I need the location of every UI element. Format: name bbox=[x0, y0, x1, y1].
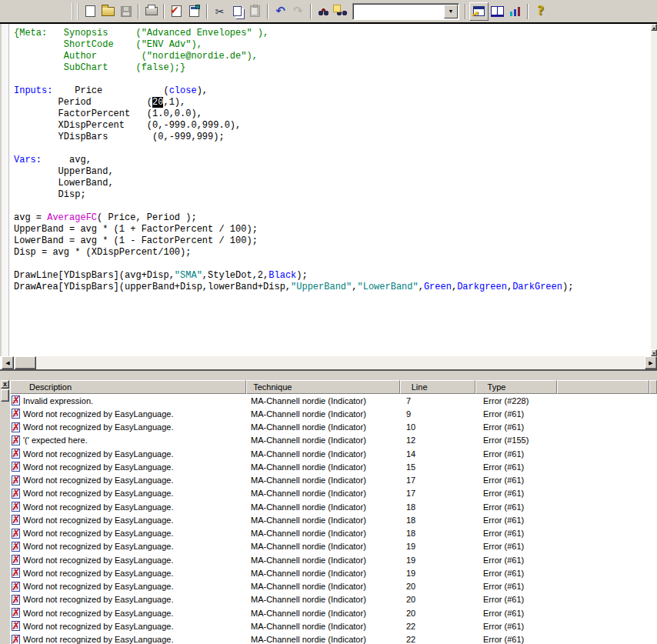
error-description: '(' expected here. bbox=[23, 435, 88, 445]
error-type: Error (#61) bbox=[476, 409, 559, 419]
error-row[interactable]: Word not recognized by EasyLanguage.MA-C… bbox=[10, 474, 657, 487]
error-description: Word not recognized by EasyLanguage. bbox=[23, 569, 173, 578]
save-icon bbox=[121, 6, 132, 17]
error-description: Word not recognized by EasyLanguage. bbox=[23, 449, 173, 459]
undo-button[interactable]: ↶ bbox=[272, 3, 289, 20]
help-button[interactable]: ? bbox=[532, 3, 549, 20]
code-token: ShortCode ("ENV Adv"), bbox=[14, 39, 202, 50]
error-list-header: Description Technique Line Type bbox=[10, 380, 657, 394]
error-line-number: 10 bbox=[401, 422, 476, 432]
error-row[interactable]: Word not recognized by EasyLanguage.MA-C… bbox=[10, 513, 657, 526]
error-type: Error (#228) bbox=[476, 396, 559, 405]
error-type: Error (#61) bbox=[476, 462, 559, 472]
code-line: Period (20,1), bbox=[14, 97, 651, 108]
panel-grip-button[interactable] bbox=[1, 389, 9, 402]
replace-button[interactable] bbox=[332, 3, 350, 20]
code-line bbox=[14, 201, 651, 212]
redo-icon: ↷ bbox=[293, 5, 303, 17]
error-type: Error (#61) bbox=[476, 422, 559, 432]
toolbar-separator bbox=[206, 4, 208, 19]
error-description-cell: Word not recognized by EasyLanguage. bbox=[10, 529, 247, 539]
code-token: "LowerBand" bbox=[357, 282, 418, 292]
column-header-line[interactable]: Line bbox=[400, 380, 475, 394]
scroll-up-icon[interactable]: ▲ bbox=[651, 24, 657, 31]
error-icon bbox=[12, 621, 20, 631]
error-row[interactable]: '(' expected here.MA-Channell nordie (In… bbox=[10, 434, 657, 447]
error-row[interactable]: Word not recognized by EasyLanguage.MA-C… bbox=[10, 447, 657, 460]
error-row[interactable]: Word not recognized by EasyLanguage.MA-C… bbox=[10, 606, 657, 619]
toolbar-gripper[interactable] bbox=[72, 3, 78, 20]
apply-to-chart-button[interactable] bbox=[469, 2, 489, 21]
find-combobox-input[interactable] bbox=[355, 5, 443, 18]
error-type: Error (#61) bbox=[476, 502, 559, 512]
toolbar-buttons-left: ✂↶↷ bbox=[82, 3, 350, 20]
scroll-left-icon[interactable]: ◀ bbox=[2, 356, 14, 369]
find-button[interactable] bbox=[315, 3, 332, 20]
error-description: Word not recognized by EasyLanguage. bbox=[23, 556, 173, 565]
code-token: close bbox=[169, 85, 197, 96]
error-line-number: 19 bbox=[401, 556, 476, 565]
error-description-cell: Word not recognized by EasyLanguage. bbox=[10, 608, 247, 618]
cut-button[interactable]: ✂ bbox=[211, 3, 228, 20]
code-token: Period ( bbox=[14, 97, 152, 108]
easylanguage-dictionary-button[interactable] bbox=[489, 3, 506, 20]
error-row[interactable]: Word not recognized by EasyLanguage.MA-C… bbox=[10, 580, 657, 593]
print-button[interactable] bbox=[142, 3, 160, 20]
column-header-description[interactable]: Description bbox=[10, 380, 246, 394]
error-technique: MA-Channell nordie (Indicator) bbox=[247, 422, 401, 432]
error-row[interactable]: Word not recognized by EasyLanguage.MA-C… bbox=[10, 619, 657, 632]
code-token: YDispBars (0,-999,999); bbox=[14, 132, 225, 142]
horizontal-scrollbar-thumb[interactable] bbox=[15, 356, 36, 369]
vertical-scrollbar[interactable]: ▲ ▼ bbox=[651, 24, 657, 356]
error-row[interactable]: Word not recognized by EasyLanguage.MA-C… bbox=[10, 407, 657, 420]
find-combobox: ▼ bbox=[352, 3, 459, 20]
error-row[interactable]: Word not recognized by EasyLanguage.MA-C… bbox=[10, 487, 657, 500]
code-token: LowerBand, bbox=[14, 178, 114, 189]
error-row[interactable]: Word not recognized by EasyLanguage.MA-C… bbox=[10, 421, 657, 434]
error-row[interactable]: Invalid expression.MA-Channell nordie (I… bbox=[10, 394, 657, 407]
new-document-button[interactable] bbox=[82, 3, 99, 20]
code-line: DrawLine[YDispBars](avg+Disp,"SMA",Style… bbox=[14, 270, 651, 282]
analysis-charts-button[interactable] bbox=[506, 3, 524, 20]
error-row[interactable]: Word not recognized by EasyLanguage.MA-C… bbox=[10, 633, 657, 644]
close-icon: x bbox=[3, 381, 7, 388]
code-token: XDispPercent (0,-999.0,999.0), bbox=[14, 120, 241, 131]
error-line-number: 7 bbox=[401, 396, 476, 405]
column-header-technique[interactable]: Technique bbox=[246, 380, 400, 394]
error-row[interactable]: Word not recognized by EasyLanguage.MA-C… bbox=[10, 460, 657, 473]
code-line: LowerBand = avg * (1 - FactorPercent / 1… bbox=[14, 235, 651, 247]
error-row[interactable]: Word not recognized by EasyLanguage.MA-C… bbox=[10, 500, 657, 513]
error-row[interactable]: Word not recognized by EasyLanguage.MA-C… bbox=[10, 553, 657, 566]
error-technique: MA-Channell nordie (Indicator) bbox=[247, 542, 401, 551]
error-row[interactable]: Word not recognized by EasyLanguage.MA-C… bbox=[10, 540, 657, 553]
scroll-right-icon[interactable]: ▶ bbox=[645, 356, 657, 369]
replace-icon bbox=[335, 7, 347, 16]
error-technique: MA-Channell nordie (Indicator) bbox=[247, 462, 401, 472]
new-icon bbox=[85, 5, 95, 17]
copy-button[interactable] bbox=[228, 3, 246, 20]
error-description-cell: '(' expected here. bbox=[10, 435, 247, 445]
book-icon bbox=[491, 6, 504, 17]
error-technique: MA-Channell nordie (Indicator) bbox=[247, 516, 401, 525]
error-type: Error (#61) bbox=[476, 475, 559, 485]
code-token: Disp; bbox=[14, 189, 86, 200]
error-icon bbox=[12, 595, 20, 605]
horizontal-scrollbar[interactable]: ◀ ▶ bbox=[2, 356, 657, 369]
close-panel-button[interactable]: x bbox=[1, 380, 9, 389]
properties-button[interactable] bbox=[185, 3, 203, 20]
error-row[interactable]: Word not recognized by EasyLanguage.MA-C… bbox=[10, 527, 657, 540]
code-area[interactable]: {Meta: Synopsis ("Advanced Envelopes" ),… bbox=[9, 24, 651, 360]
error-row[interactable]: Word not recognized by EasyLanguage.MA-C… bbox=[10, 593, 657, 606]
column-header-type[interactable]: Type bbox=[475, 380, 558, 394]
code-line: Inputs: Price (close), bbox=[14, 85, 651, 97]
error-row[interactable]: Word not recognized by EasyLanguage.MA-C… bbox=[10, 566, 657, 579]
paste-button bbox=[246, 3, 264, 20]
code-line: SubChart (false);} bbox=[14, 62, 651, 74]
scroll-down-icon[interactable]: ▼ bbox=[651, 349, 657, 356]
code-token: Inputs: bbox=[14, 85, 52, 96]
code-token: ( Price, Period ); bbox=[97, 212, 197, 223]
combobox-dropdown-button[interactable]: ▼ bbox=[444, 5, 458, 18]
open-button[interactable] bbox=[99, 3, 117, 20]
error-icon bbox=[12, 409, 20, 419]
verify-button[interactable] bbox=[168, 3, 185, 20]
